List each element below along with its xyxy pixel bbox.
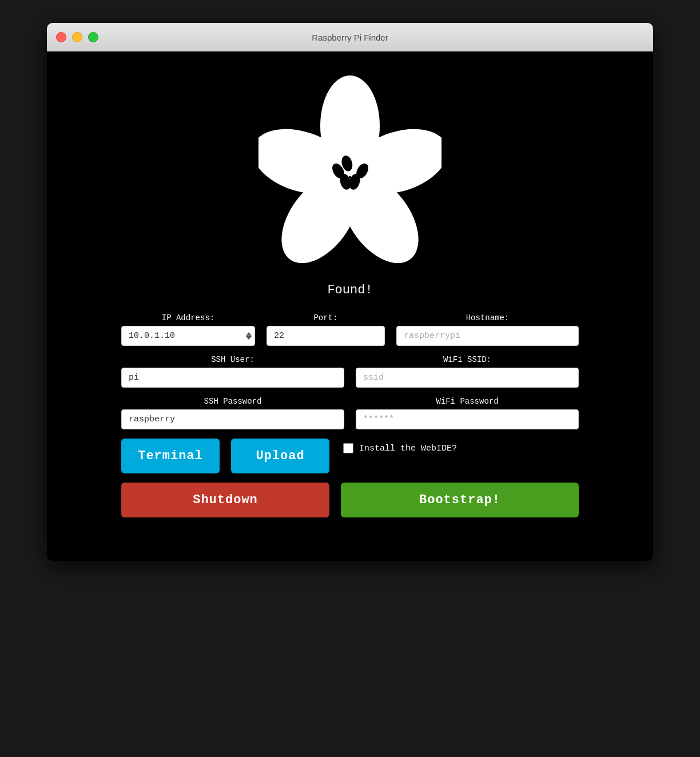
wifi-password-input[interactable] — [356, 409, 579, 429]
form-row-4: Terminal Upload Install the WebIDE? — [121, 439, 579, 473]
ip-spinner[interactable] — [246, 332, 252, 340]
window-body: Found! IP Address: Port: — [47, 51, 653, 561]
form-row-3: SSH Password WiFi Password — [121, 397, 579, 429]
left-buttons: Terminal Upload — [121, 439, 329, 473]
wifi-ssid-label: WiFi SSID: — [356, 355, 579, 364]
ip-address-input[interactable] — [121, 326, 255, 346]
window-title: Raspberry Pi Finder — [312, 33, 388, 42]
ssh-password-group: SSH Password — [121, 397, 344, 429]
bootstrap-button[interactable]: Bootstrap! — [341, 483, 579, 517]
port-group: Port: — [267, 313, 385, 346]
form-row-1: IP Address: Port: Hostname: — [121, 313, 579, 346]
ssh-password-label: SSH Password — [121, 397, 344, 406]
upload-button[interactable]: Upload — [231, 439, 329, 473]
ip-address-label: IP Address: — [121, 313, 255, 322]
form-area: IP Address: Port: Hostname: — [121, 313, 579, 527]
webide-label[interactable]: Install the WebIDE? — [359, 444, 457, 453]
spinner-down-icon[interactable] — [246, 336, 252, 340]
wifi-ssid-group: WiFi SSID: — [356, 355, 579, 388]
wifi-password-group: WiFi Password — [356, 397, 579, 429]
ssh-user-group: SSH User: — [121, 355, 344, 388]
wifi-password-label: WiFi Password — [356, 397, 579, 406]
traffic-lights — [56, 32, 98, 42]
ssh-user-input[interactable] — [121, 368, 344, 388]
titlebar: Raspberry Pi Finder — [47, 23, 653, 51]
app-window: Raspberry Pi Finder — [47, 23, 653, 561]
bootstrap-col: Bootstrap! — [341, 483, 579, 517]
port-input[interactable] — [267, 326, 385, 346]
webide-checkbox[interactable] — [343, 443, 353, 453]
right-options: Install the WebIDE? — [341, 439, 579, 453]
form-row-2: SSH User: WiFi SSID: — [121, 355, 579, 388]
close-button[interactable] — [56, 32, 66, 42]
status-found: Found! — [327, 283, 372, 297]
ssh-user-label: SSH User: — [121, 355, 344, 364]
form-row-5: Shutdown Bootstrap! — [121, 483, 579, 517]
shutdown-col: Shutdown — [121, 483, 329, 517]
wifi-ssid-input[interactable] — [356, 368, 579, 388]
ssh-password-input[interactable] — [121, 409, 344, 429]
minimize-button[interactable] — [72, 32, 82, 42]
port-label: Port: — [267, 313, 385, 322]
hostname-group: Hostname: — [396, 313, 579, 346]
maximize-button[interactable] — [88, 32, 98, 42]
shutdown-button[interactable]: Shutdown — [121, 483, 329, 517]
logo-container — [258, 74, 442, 266]
raspberry-logo-icon — [258, 74, 442, 263]
webide-row: Install the WebIDE? — [341, 439, 579, 453]
spinner-up-icon[interactable] — [246, 332, 252, 336]
ip-address-group: IP Address: — [121, 313, 255, 346]
hostname-label: Hostname: — [396, 313, 579, 322]
hostname-input[interactable] — [396, 326, 579, 346]
terminal-button[interactable]: Terminal — [121, 439, 220, 473]
